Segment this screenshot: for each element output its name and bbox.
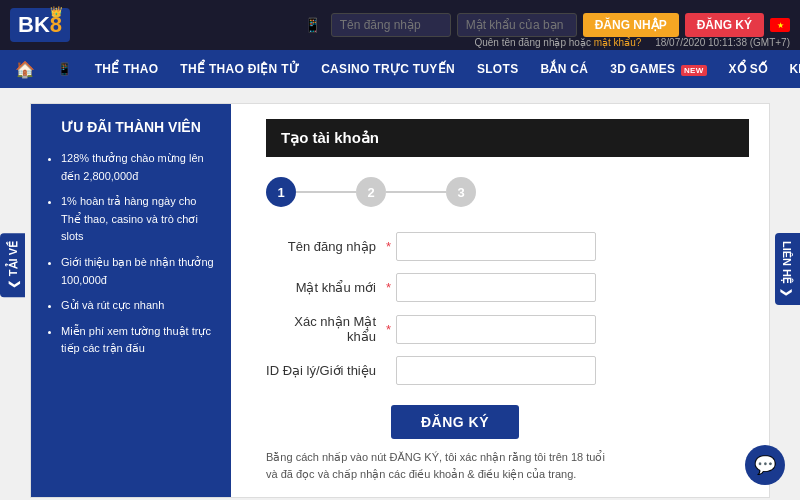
chat-icon: 💬 <box>754 454 776 476</box>
benefit-list: 128% thưởng chào mừng lên đến 2,800,000đ… <box>46 150 216 358</box>
nav-slots[interactable]: SLOTS <box>467 56 529 82</box>
username-label: Tên đăng nhập <box>266 239 386 254</box>
nav-xo-so[interactable]: XỔ SỐ <box>719 56 778 82</box>
navigation: 🏠 📱 THỂ THAO Thể thao Điện tử CASINO TRỰ… <box>0 50 800 88</box>
side-left-arrow: ❮ <box>6 280 19 289</box>
phone-icon: 📱 <box>304 17 321 33</box>
nav-the-thao[interactable]: THỂ THAO <box>85 56 169 82</box>
agent-row: ID Đại lý/Giới thiệu * <box>266 356 749 385</box>
login-input[interactable] <box>331 13 451 37</box>
step-1: 1 <box>266 177 296 207</box>
confirm-field[interactable] <box>396 315 596 344</box>
register-button-row: ĐĂNG KÝ <box>266 405 749 439</box>
main-content: ❮ TẢI VỀ LIÊN HỆ ❯ ƯU ĐÃI THÀNH VIÊN 128… <box>0 88 800 500</box>
username-required: * <box>386 239 391 254</box>
agent-field[interactable] <box>396 356 596 385</box>
nav-home[interactable]: 🏠 <box>5 56 45 83</box>
step-line-1 <box>296 191 356 193</box>
step-3: 3 <box>446 177 476 207</box>
chat-bubble[interactable]: 💬 <box>745 445 785 485</box>
form-note: Bằng cách nhấp vào nút ĐĂNG KÝ, tôi xác … <box>266 449 616 482</box>
nav-phone[interactable]: 📱 <box>47 56 82 82</box>
new-badge: NEW <box>681 65 707 76</box>
username-field[interactable] <box>396 232 596 261</box>
header-sub: Quên tên đăng nhập hoặc mật khẩu? 18/07/… <box>474 37 790 48</box>
side-left-tab[interactable]: ❮ TẢI VỀ <box>0 233 25 297</box>
side-right-arrow: ❯ <box>781 288 794 297</box>
confirm-row: Xác nhận Mật khẩu * <box>266 314 749 344</box>
flag-icon <box>770 18 790 32</box>
left-panel: ƯU ĐÃI THÀNH VIÊN 128% thưởng chào mừng … <box>31 104 231 497</box>
nav-casino[interactable]: CASINO TRỰC TUYẾN <box>311 56 465 82</box>
nav-ban-ca[interactable]: BẮN CÁ <box>530 56 598 82</box>
list-item: Giới thiệu bạn bè nhận thưởng 100,000đ <box>61 254 216 289</box>
logo: BK8 👑 <box>10 8 70 42</box>
form-title: Tạo tài khoản <box>266 119 749 157</box>
logo-box: BK8 👑 <box>10 8 70 42</box>
confirm-required: * <box>386 322 391 337</box>
header: BK8 👑 📱 ĐĂNG NHẬP ĐĂNG KÝ Quên tên đăng … <box>0 0 800 50</box>
agent-label: ID Đại lý/Giới thiệu <box>266 363 386 378</box>
list-item: 1% hoàn trả hàng ngày cho Thể thao, casi… <box>61 193 216 246</box>
datetime: 18/07/2020 10:11:38 (GMT+7) <box>655 37 790 48</box>
side-left-label: TẢI VỀ <box>6 241 19 276</box>
content-wrapper: ƯU ĐÃI THÀNH VIÊN 128% thưởng chào mừng … <box>30 103 770 498</box>
list-item: 128% thưởng chào mừng lên đến 2,800,000đ <box>61 150 216 185</box>
password-required: * <box>386 280 391 295</box>
register-header-button[interactable]: ĐĂNG KÝ <box>685 13 764 37</box>
step-line-2 <box>386 191 446 193</box>
password-field[interactable] <box>396 273 596 302</box>
benefits-title: ƯU ĐÃI THÀNH VIÊN <box>46 119 216 135</box>
register-button[interactable]: ĐĂNG KÝ <box>391 405 519 439</box>
header-right: 📱 ĐĂNG NHẬP ĐĂNG KÝ <box>304 13 790 37</box>
password-input[interactable] <box>457 13 577 37</box>
password-row: Mật khẩu mới * <box>266 273 749 302</box>
step-2: 2 <box>356 177 386 207</box>
forgot-text: Quên tên đăng nhập hoặc <box>474 37 591 48</box>
forgot-link[interactable]: mật khẩu? <box>594 37 642 48</box>
username-row: Tên đăng nhập * <box>266 232 749 261</box>
side-right-label: LIÊN HỆ <box>781 241 794 284</box>
confirm-label: Xác nhận Mật khẩu <box>266 314 386 344</box>
logo-crown: 👑 <box>50 6 62 17</box>
nav-khuyen-mai[interactable]: KHUYẾN MÃI <box>779 56 800 82</box>
password-label: Mật khẩu mới <box>266 280 386 295</box>
nav-3d-games[interactable]: 3D GAMES NEW <box>600 56 716 82</box>
list-item: Miễn phí xem tường thuật trực tiếp các t… <box>61 323 216 358</box>
side-right-tab[interactable]: LIÊN HỆ ❯ <box>775 233 800 305</box>
nav-the-thao-dien-tu[interactable]: Thể thao Điện tử <box>170 56 309 82</box>
right-panel: Tạo tài khoản 1 2 3 Tên đăng nhập * Mật … <box>246 104 769 497</box>
login-button[interactable]: ĐĂNG NHẬP <box>583 13 679 37</box>
list-item: Gửi và rút cực nhanh <box>61 297 216 315</box>
steps-indicator: 1 2 3 <box>266 177 749 207</box>
